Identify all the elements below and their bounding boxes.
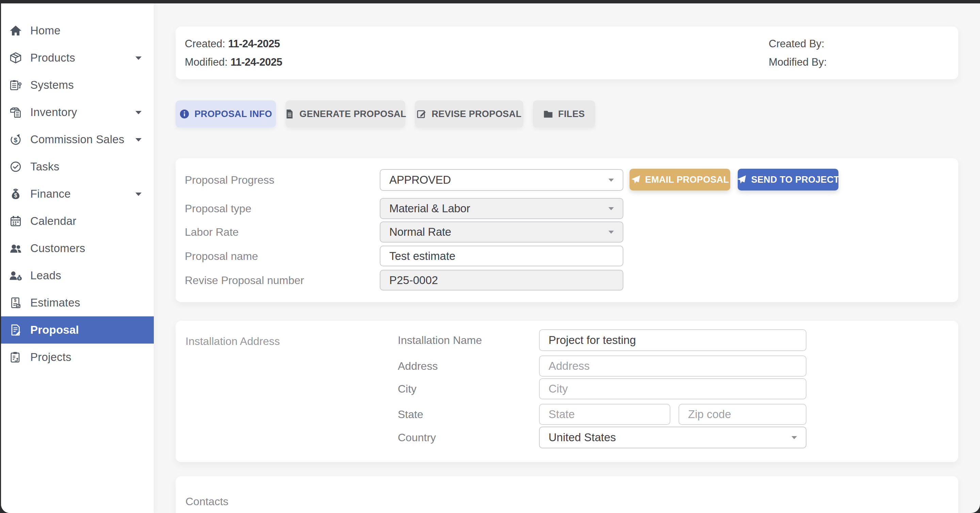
estimates-icon: $	[9, 296, 22, 309]
sidebar-item-finance[interactable]: $ Finance	[1, 180, 154, 208]
zip-code-input[interactable]	[688, 405, 797, 424]
sidebar-item-inventory[interactable]: Inventory	[1, 98, 154, 126]
sidebar-item-home[interactable]: Home	[1, 17, 154, 44]
sidebar-item-label: Tasks	[30, 160, 59, 173]
sidebar-item-calendar[interactable]: Calendar	[1, 208, 154, 235]
created-line: Created: 11-24-2025	[185, 38, 282, 50]
tab-label: FILES	[558, 109, 585, 119]
revise-proposal-number-field	[380, 270, 624, 291]
revise-proposal-number-input[interactable]	[389, 270, 614, 290]
labor-rate-label: Labor Rate	[185, 226, 239, 238]
sidebar-item-label: Estimates	[30, 296, 80, 309]
home-icon	[9, 24, 22, 37]
proposal-progress-value: APPROVED	[389, 173, 451, 186]
proposal-progress-select[interactable]: APPROVED	[380, 169, 624, 191]
products-icon	[9, 51, 22, 64]
info-icon	[179, 109, 189, 119]
leads-icon: $	[9, 269, 22, 282]
svg-text:$: $	[14, 192, 17, 199]
contacts-card: Contacts	[176, 476, 958, 513]
state-input[interactable]	[549, 405, 661, 424]
main-content: Created: 11-24-2025 Modified: 11-24-2025…	[154, 3, 980, 513]
svg-text:$: $	[14, 137, 18, 144]
sidebar-item-projects[interactable]: Projects	[1, 344, 154, 371]
city-field	[539, 378, 807, 399]
installation-address-card: Installation Address Installation Name A…	[176, 321, 958, 462]
inventory-icon	[9, 106, 22, 119]
tab-label: REVISE PROPOSAL	[431, 109, 521, 119]
svg-text:$: $	[14, 298, 16, 303]
send-plane-icon	[631, 175, 640, 184]
chevron-down-icon	[135, 56, 142, 60]
created-value: 11-24-2025	[228, 38, 280, 50]
sidebar-item-customers[interactable]: Customers	[1, 235, 154, 262]
email-proposal-button[interactable]: EMAIL PROPOSAL	[630, 169, 730, 191]
modified-by-line: Modified By:	[769, 56, 827, 68]
created-label: Created:	[185, 38, 228, 50]
contacts-section-label: Contacts	[185, 495, 228, 508]
customers-icon	[9, 242, 22, 255]
country-value: United States	[549, 431, 616, 444]
address-label: Address	[398, 360, 438, 373]
sidebar-item-leads[interactable]: $ Leads	[1, 262, 154, 289]
labor-rate-value: Normal Rate	[389, 226, 451, 238]
chevron-down-icon	[135, 111, 142, 114]
chevron-down-icon	[135, 192, 142, 196]
tab-generate-proposal[interactable]: GENERATE PROPOSAL	[285, 100, 405, 127]
address-field	[539, 356, 807, 376]
sidebar-item-label: Commission Sales	[30, 133, 124, 146]
sidebar-item-products[interactable]: Products	[1, 44, 154, 71]
tab-proposal-info[interactable]: PROPOSAL INFO	[176, 100, 276, 127]
send-plane-icon	[737, 175, 746, 184]
state-label: State	[398, 408, 423, 421]
tab-revise-proposal[interactable]: REVISE PROPOSAL	[415, 100, 523, 127]
sidebar-item-label: Customers	[30, 242, 85, 255]
sidebar-item-tasks[interactable]: Tasks	[1, 153, 154, 180]
address-input[interactable]	[549, 356, 797, 376]
country-select[interactable]: United States	[539, 427, 807, 448]
proposal-name-input[interactable]	[389, 246, 614, 266]
revise-proposal-number-label: Revise Proposal number	[185, 274, 304, 286]
send-to-project-label: SEND TO PROJECT	[751, 175, 839, 185]
finance-icon: $	[9, 187, 22, 200]
installation-name-input[interactable]	[549, 330, 797, 350]
labor-rate-select[interactable]: Normal Rate	[380, 221, 624, 243]
sidebar-item-label: Inventory	[30, 106, 77, 119]
sidebar-item-label: Projects	[30, 351, 72, 364]
sidebar-item-commission-sales[interactable]: $ Commission Sales	[1, 126, 154, 153]
edit-icon	[417, 109, 427, 119]
tab-label: GENERATE PROPOSAL	[299, 109, 406, 119]
proposal-icon	[9, 324, 22, 337]
sidebar-item-label: Proposal	[30, 324, 79, 337]
select-caret-icon	[608, 207, 614, 210]
sidebar: Home Products Systems	[1, 3, 154, 513]
tab-label: PROPOSAL INFO	[194, 109, 272, 119]
proposal-name-field	[380, 246, 624, 266]
sidebar-item-label: Finance	[30, 187, 71, 200]
proposal-form-card: Proposal Progress APPROVED EMAIL PROPOSA…	[176, 158, 958, 302]
proposal-progress-label: Proposal Progress	[185, 174, 274, 186]
folder-icon	[543, 109, 553, 119]
modified-line: Modified: 11-24-2025	[185, 56, 282, 68]
sidebar-item-label: Products	[30, 51, 75, 64]
sidebar-item-label: Home	[30, 24, 60, 37]
proposal-type-label: Proposal type	[185, 202, 251, 215]
city-input[interactable]	[549, 379, 797, 399]
tab-files[interactable]: FILES	[533, 100, 595, 127]
proposal-type-select[interactable]: Material & Labor	[380, 198, 624, 219]
sidebar-item-label: Leads	[30, 269, 61, 282]
send-to-project-button[interactable]: SEND TO PROJECT	[738, 169, 838, 191]
sidebar-item-systems[interactable]: Systems	[1, 71, 154, 98]
zip-code-field	[679, 404, 807, 425]
calendar-icon	[9, 214, 22, 227]
installation-name-field	[539, 329, 807, 351]
modified-value: 11-24-2025	[231, 56, 282, 68]
sidebar-item-proposal[interactable]: Proposal	[1, 316, 154, 344]
state-field	[539, 404, 670, 425]
sidebar-item-estimates[interactable]: $ Estimates	[1, 289, 154, 316]
city-label: City	[398, 383, 417, 395]
meta-card: Created: 11-24-2025 Modified: 11-24-2025…	[176, 27, 958, 79]
installation-name-label: Installation Name	[398, 334, 482, 347]
app-window: Home Products Systems	[1, 3, 980, 513]
select-caret-icon	[608, 179, 614, 182]
